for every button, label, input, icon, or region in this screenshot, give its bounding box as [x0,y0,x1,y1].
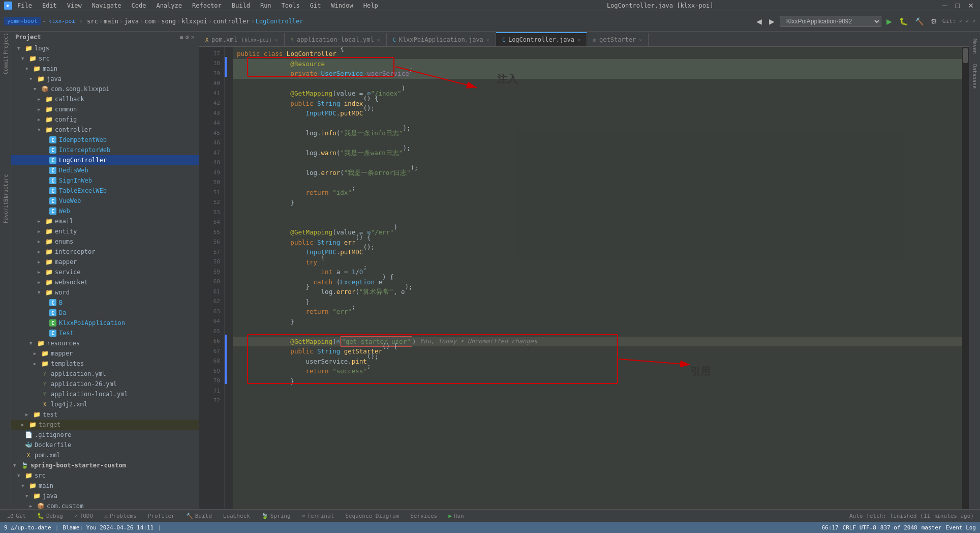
tab-close-logcontroller[interactable]: ✕ [577,37,580,43]
menu-help[interactable]: Help [361,1,380,10]
tab-close-getstarter[interactable]: ✕ [639,37,642,43]
vcs-status[interactable]: 9 △/up-to-date [4,524,51,531]
tree-item-logcontroller[interactable]: C LogController [11,155,199,165]
bottom-tab-debug[interactable]: 🐛 Debug [32,512,68,520]
code-line-63[interactable]: return "err"; [233,307,962,317]
encoding[interactable]: CRLF UTF-8 [843,524,876,531]
tab-logcontroller[interactable]: C LogController.java ✕ [496,32,587,46]
debug-button[interactable]: 🐛 [897,15,910,27]
tree-item-spring-java[interactable]: ▼ 📁 java [11,491,199,501]
tab-getstarter[interactable]: m getStarter ✕ [587,33,649,46]
tab-klxxpoi-app[interactable]: C KlxxPoiApplication.java ✕ [387,33,496,46]
bottom-tab-git[interactable]: ⎇ Git [2,512,31,520]
tree-item-target[interactable]: ▶ 📁 target [11,420,199,430]
commit-panel-icon[interactable]: Commit [1,55,11,75]
bottom-tab-services[interactable]: Services [405,512,442,520]
bottom-tab-build[interactable]: 🔨 Build [181,512,217,520]
bottom-tab-problems[interactable]: ⚠ Problems [99,512,142,520]
menu-navigate[interactable]: Navigate [90,1,124,10]
code-line-58[interactable]: try { [233,257,962,268]
tree-item-signinweb[interactable]: C SignInWeb [11,175,199,186]
code-line-67[interactable]: public String getStarter() { [233,346,962,357]
tree-item-pom-xml[interactable]: X pom.xml [11,450,199,460]
menu-edit[interactable]: Edit [40,1,59,10]
bottom-tab-luacheck[interactable]: LuaCheck [218,512,255,520]
tree-item-websocket[interactable]: ▶ 📁 websocket [11,277,199,287]
tab-app-local[interactable]: Y application-local.yml ✕ [285,33,387,46]
forward-button[interactable]: ▶ [767,15,777,27]
code-line-72[interactable] [233,396,962,406]
code-line-51[interactable]: return "idx"; [233,188,962,198]
tree-item-config[interactable]: ▶ 📁 config [11,114,199,125]
bottom-tab-terminal[interactable]: ⌨ Terminal [297,512,340,520]
tree-item-vueweb[interactable]: C VueWeb [11,196,199,206]
tree-item-applocal-yml[interactable]: Y application-local.yml [11,389,199,399]
bc-song[interactable]: song [161,18,176,25]
tree-item-com-custom[interactable]: ▶ 📦 com.custom [11,501,199,509]
tree-item-mapper[interactable]: ▶ 📁 mapper [11,257,199,267]
project-name[interactable]: yqmm-boot [4,17,41,25]
bottom-tab-run[interactable]: ▶ Run [443,512,469,520]
tree-item-src[interactable]: ▼ 📁 src [11,53,199,64]
tree-item-controller[interactable]: ▼ 📁 controller [11,125,199,135]
settings-button[interactable]: ⚙ [929,15,939,27]
code-line-52[interactable]: } [233,198,962,208]
tree-item-gitignore[interactable]: 📄 .gitignore [11,430,199,440]
code-line-59[interactable]: int a = 1/0; [233,267,962,277]
tree-item-test-class[interactable]: C Test [11,328,199,338]
code-line-65[interactable] [233,327,962,337]
bc-src[interactable]: src [87,18,98,25]
code-line-61[interactable]: log.error("算术异常", e); [233,287,962,297]
tree-item-word[interactable]: ▼ 📁 word [11,287,199,298]
bottom-tab-profiler[interactable]: Profiler [143,512,180,520]
tree-item-web[interactable]: C Web [11,206,199,216]
tree-item-app-yml[interactable]: Y application.yml [11,369,199,379]
project-tree[interactable]: Project ≡ ⚙ ✕ ▼ 📁 logs ▼ 📁 src ▼ 📁 main … [11,32,199,509]
tab-close-applocal[interactable]: ✕ [377,37,380,43]
code-line-66[interactable]: @GetMapping(⊙"get-starter-user") You, To… [233,337,962,347]
menu-tools[interactable]: Tools [280,1,302,10]
code-line-46[interactable] [233,138,962,149]
run-config-selector[interactable]: KlxxPoiApplication-9092 [780,16,881,27]
code-line-64[interactable]: } [233,317,962,327]
minimize-button[interactable]: ─ [940,0,950,12]
database-panel-icon[interactable]: Database [971,59,978,94]
bottom-tab-sequence[interactable]: Sequence Diagram [340,512,404,520]
code-line-39[interactable]: private UserService userService; [233,69,962,79]
menu-git[interactable]: Git [308,1,323,10]
bc-com[interactable]: com [144,18,156,25]
code-line-40[interactable] [233,79,962,89]
code-line-55[interactable]: @GetMapping(value = ⊙"/err") [233,227,962,238]
menu-refactor[interactable]: Refactor [190,1,224,10]
tree-collapse-all[interactable]: ≡ [179,34,183,41]
maximize-button[interactable]: □ [954,0,962,12]
menu-build[interactable]: Build [230,1,252,10]
back-button[interactable]: ◀ [754,15,764,27]
module-name[interactable]: klxx-poi [48,18,75,24]
code-line-43[interactable]: InputMDC.putMDC(); [233,108,962,119]
code-line-41[interactable]: @GetMapping(value = ⊙"/index") [233,88,962,99]
code-line-70[interactable]: } [233,376,962,387]
tree-item-idempotent[interactable]: C IdempotentWeb [11,135,199,145]
code-line-71[interactable] [233,386,962,396]
tree-item-da[interactable]: C Da [11,308,199,318]
tree-close[interactable]: ✕ [191,34,195,41]
tree-item-interceptor[interactable]: C InterceptorWeb [11,145,199,155]
code-line-60[interactable]: } catch (Exception e) { [233,277,962,287]
menu-analyze[interactable]: Analyze [154,1,184,10]
menu-view[interactable]: View [65,1,84,10]
menu-file[interactable]: File [15,1,34,10]
tree-item-klxxpoiapp[interactable]: C KlxxPoiApplication [11,318,199,328]
tree-item-callback[interactable]: ▶ 📁 callback [11,94,199,104]
code-line-37[interactable]: public class LogController { [233,49,962,59]
tree-item-java[interactable]: ▼ 📁 java [11,74,199,84]
tree-item-test[interactable]: ▶ 📁 test [11,409,199,420]
tree-item-package[interactable]: ▼ 📦 com.song.klxxpoi [11,84,199,94]
tree-settings[interactable]: ⚙ [186,34,189,41]
maven-panel-icon[interactable]: Maven [971,34,978,59]
code-line-68[interactable]: userService.pint(); [233,357,962,367]
tree-item-entity[interactable]: ▶ 📁 entity [11,226,199,236]
code-line-45[interactable]: log.info("我是一条info日志"); [233,128,962,138]
run-button[interactable]: ▶ [884,15,894,27]
code-line-50[interactable] [233,178,962,188]
